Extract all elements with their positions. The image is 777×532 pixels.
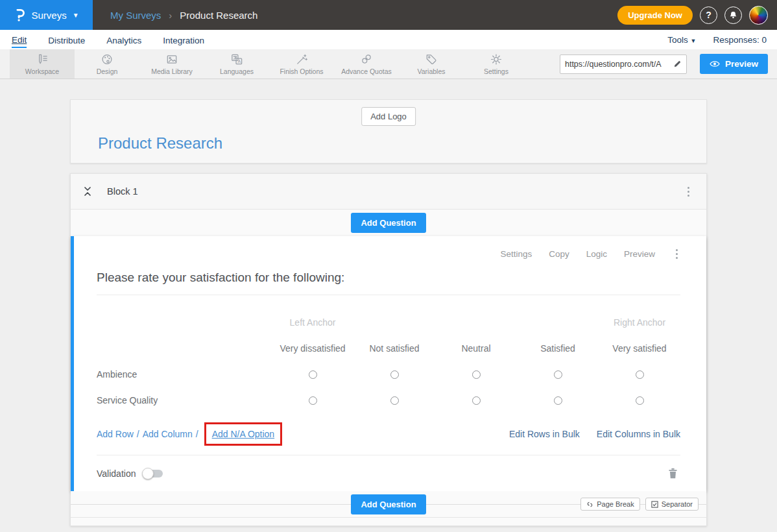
nav-right: Tools ▼ Responses: 0 [667, 35, 767, 45]
trash-icon [668, 468, 678, 479]
survey-nav: Edit Distribute Analytics Integration To… [0, 30, 777, 49]
add-column-link[interactable]: Add Column [143, 429, 193, 439]
survey-url-input[interactable] [565, 60, 673, 69]
radio-button[interactable] [309, 396, 317, 405]
delete-question-button[interactable] [665, 465, 680, 481]
questionpro-logo-icon [14, 7, 25, 23]
toolbar-label: Advance Quotas [341, 67, 392, 75]
row-label[interactable]: Service Quality [97, 395, 272, 405]
question-logic-link[interactable]: Logic [586, 249, 607, 259]
tools-label: Tools [667, 35, 688, 45]
matrix-table: Left Anchor Right Anchor Very dissatisfi… [97, 309, 680, 413]
radio-button[interactable] [472, 396, 481, 405]
column-header[interactable]: Very dissatisfied [272, 343, 353, 354]
product-menu-label: Surveys [31, 10, 66, 21]
survey-header-card: Add Logo Product Research [70, 99, 707, 163]
toolbar-item-languages[interactable]: A Languages [204, 49, 269, 79]
question-preview-link[interactable]: Preview [624, 249, 655, 259]
page-break-button[interactable]: Page Break [580, 498, 640, 511]
image-icon [165, 53, 179, 66]
question-copy-link[interactable]: Copy [549, 249, 569, 259]
validation-label: Validation [97, 468, 136, 479]
toolbar-item-media-library[interactable]: Media Library [139, 49, 204, 79]
question-settings-link[interactable]: Settings [500, 249, 532, 259]
toolbar-item-settings[interactable]: Settings [464, 49, 529, 79]
edit-rows-bulk-link[interactable]: Edit Rows in Bulk [509, 429, 580, 439]
matrix-edit-links-row: Add Row / Add Column / Add N/A Option Ed… [97, 420, 680, 448]
column-header[interactable]: Very satisfied [599, 343, 680, 354]
toolbar-label: Media Library [151, 67, 193, 75]
link-separator: / [137, 429, 139, 439]
wand-icon [294, 53, 309, 66]
toolbar-item-design[interactable]: Design [75, 49, 139, 79]
user-avatar[interactable] [749, 6, 768, 25]
tab-distribute[interactable]: Distribute [48, 32, 85, 47]
breadcrumb-separator-icon: › [169, 10, 172, 21]
radio-button[interactable] [554, 370, 562, 379]
toolbar-item-advance-quotas[interactable]: Advance Quotas [334, 49, 399, 79]
collapse-block-icon[interactable] [84, 186, 91, 197]
edit-columns-bulk-link[interactable]: Edit Columns in Bulk [597, 429, 680, 439]
radio-button[interactable] [309, 370, 317, 379]
preview-button[interactable]: Preview [700, 54, 768, 74]
radio-button[interactable] [390, 396, 399, 405]
add-logo-button[interactable]: Add Logo [361, 107, 416, 126]
validation-row: Validation [97, 455, 680, 491]
radio-button[interactable] [472, 370, 481, 379]
page-break-icon [586, 501, 593, 508]
responses-count[interactable]: Responses: 0 [713, 35, 767, 45]
tab-integration[interactable]: Integration [163, 32, 204, 47]
column-header[interactable]: Neutral [435, 343, 517, 354]
topbar-actions: Upgrade Now ? [617, 6, 777, 25]
right-anchor-field[interactable]: Right Anchor [599, 317, 680, 328]
help-icon[interactable]: ? [700, 6, 717, 24]
add-row-link[interactable]: Add Row [97, 429, 134, 439]
radio-button[interactable] [390, 370, 399, 379]
question-actions: Settings Copy Logic Preview [74, 247, 706, 261]
anchor-row: Left Anchor Right Anchor [97, 309, 680, 335]
question-card: Settings Copy Logic Preview Please rate … [71, 236, 706, 491]
annotation-red-box: Add N/A Option [204, 422, 283, 446]
tools-dropdown[interactable]: Tools ▼ [667, 35, 696, 45]
toolbar-label: Settings [484, 67, 508, 75]
link-separator: / [196, 429, 198, 439]
add-question-button-top[interactable]: Add Question [351, 213, 425, 233]
breadcrumb-my-surveys[interactable]: My Surveys [110, 10, 161, 21]
toolbar-label: Languages [220, 67, 254, 75]
tab-edit[interactable]: Edit [12, 32, 27, 48]
radio-button[interactable] [636, 370, 644, 379]
top-bar: Surveys ▼ My Surveys › Product Research … [0, 0, 777, 30]
toolbar-label: Variables [418, 67, 446, 75]
edit-pencil-icon[interactable] [673, 60, 682, 68]
survey-title[interactable]: Product Research [98, 134, 222, 152]
add-question-row-bottom: Add Question Page Break [71, 491, 706, 517]
question-kebab-menu-icon[interactable] [672, 247, 682, 261]
upgrade-now-button[interactable]: Upgrade Now [617, 6, 693, 25]
left-anchor-field[interactable]: Left Anchor [272, 317, 353, 328]
add-na-option-link[interactable]: Add N/A Option [212, 429, 275, 439]
question-text[interactable]: Please rate your satisfaction for the fo… [97, 271, 680, 295]
block-title[interactable]: Block 1 [107, 186, 138, 197]
column-header[interactable]: Satisfied [517, 343, 599, 354]
block-header: Block 1 [71, 174, 706, 210]
app-logo-menu[interactable]: Surveys ▼ [0, 0, 93, 30]
toolbar-item-variables[interactable]: Variables [399, 49, 464, 79]
preview-label: Preview [725, 59, 758, 69]
add-question-button-bottom[interactable]: Add Question [351, 494, 425, 514]
separator-button[interactable]: Separator [645, 498, 699, 511]
toolbar-item-finish-options[interactable]: Finish Options [269, 49, 334, 79]
chain-links-icon [359, 53, 374, 66]
toolbar-item-workspace[interactable]: Workspace [10, 49, 75, 79]
notifications-bell-icon[interactable] [724, 6, 742, 24]
radio-button[interactable] [636, 396, 644, 405]
block-kebab-menu-icon[interactable] [684, 184, 693, 199]
column-header[interactable]: Not satisfied [353, 343, 435, 354]
chevron-down-icon: ▼ [73, 12, 79, 19]
translate-icon: A [230, 53, 244, 66]
editor-toolbar: Workspace Design Media Library A Languag… [0, 49, 777, 79]
row-label[interactable]: Ambience [97, 369, 272, 380]
separator-label: Separator [662, 500, 693, 508]
tab-analytics[interactable]: Analytics [106, 32, 141, 47]
radio-button[interactable] [554, 396, 562, 405]
validation-toggle[interactable] [143, 470, 163, 478]
